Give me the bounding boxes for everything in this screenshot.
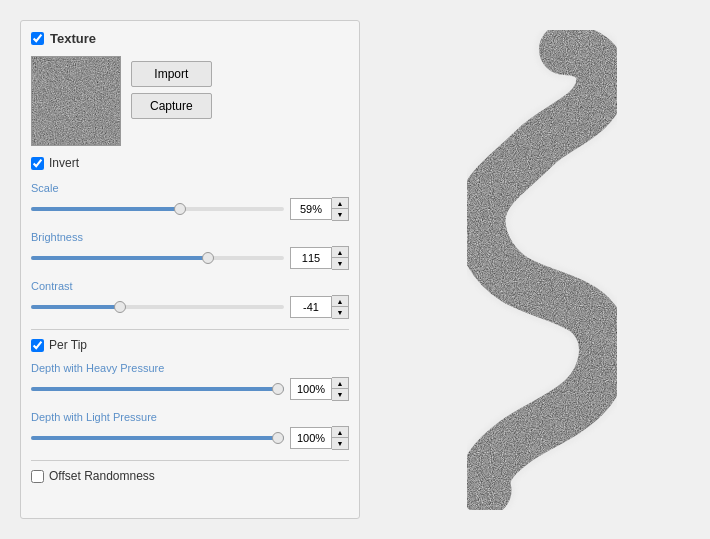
capture-button[interactable]: Capture	[131, 93, 212, 119]
contrast-label: Contrast	[31, 280, 349, 292]
contrast-thumb[interactable]	[114, 301, 126, 313]
brightness-spin-buttons: ▲ ▼	[332, 246, 349, 270]
depth-light-thumb[interactable]	[272, 432, 284, 444]
contrast-down-button[interactable]: ▼	[332, 307, 348, 318]
import-button[interactable]: Import	[131, 61, 212, 87]
scale-control: ▲ ▼	[31, 197, 349, 221]
contrast-track[interactable]	[31, 305, 284, 309]
brightness-control: ▲ ▼	[31, 246, 349, 270]
brightness-fill	[31, 256, 208, 260]
brightness-label: Brightness	[31, 231, 349, 243]
depth-heavy-control: ▲ ▼	[31, 377, 349, 401]
scale-spin-buttons: ▲ ▼	[332, 197, 349, 221]
brightness-value-box: ▲ ▼	[290, 246, 349, 270]
depth-heavy-label: Depth with Heavy Pressure	[31, 362, 349, 374]
contrast-slider-row: Contrast ▲ ▼	[31, 280, 349, 319]
divider-2	[31, 460, 349, 461]
texture-buttons: Import Capture	[131, 56, 212, 119]
scale-value-box: ▲ ▼	[290, 197, 349, 221]
scale-label: Scale	[31, 182, 349, 194]
contrast-value-box: ▲ ▼	[290, 295, 349, 319]
section-header: Texture	[31, 31, 349, 46]
brightness-down-button[interactable]: ▼	[332, 258, 348, 269]
invert-row: Invert	[31, 156, 349, 170]
depth-heavy-thumb[interactable]	[272, 383, 284, 395]
depth-light-track[interactable]	[31, 436, 284, 440]
depth-light-label: Depth with Light Pressure	[31, 411, 349, 423]
depth-light-slider-row: Depth with Light Pressure ▲ ▼	[31, 411, 349, 450]
per-tip-row: Per Tip	[31, 338, 349, 352]
offset-randomness-checkbox[interactable]	[31, 470, 44, 483]
scale-value-input[interactable]	[290, 198, 332, 220]
depth-heavy-slider-row: Depth with Heavy Pressure ▲ ▼	[31, 362, 349, 401]
depth-heavy-track[interactable]	[31, 387, 284, 391]
section-title: Texture	[50, 31, 96, 46]
scale-slider-row: Scale ▲ ▼	[31, 182, 349, 221]
offset-randomness-row: Offset Randomness	[31, 469, 349, 483]
scale-fill	[31, 207, 180, 211]
depth-heavy-spin-buttons: ▲ ▼	[332, 377, 349, 401]
brightness-up-button[interactable]: ▲	[332, 247, 348, 258]
contrast-spin-buttons: ▲ ▼	[332, 295, 349, 319]
depth-heavy-value-input[interactable]	[290, 378, 332, 400]
brightness-track[interactable]	[31, 256, 284, 260]
depth-light-up-button[interactable]: ▲	[332, 427, 348, 438]
invert-label: Invert	[49, 156, 79, 170]
brush-stroke-preview	[435, 30, 635, 510]
texture-preview	[31, 56, 121, 146]
texture-enabled-checkbox[interactable]	[31, 32, 44, 45]
per-tip-checkbox[interactable]	[31, 339, 44, 352]
scale-up-button[interactable]: ▲	[332, 198, 348, 209]
texture-panel: Texture Import Capture Invert Scal	[20, 20, 360, 519]
texture-row: Import Capture	[31, 56, 349, 146]
brightness-value-input[interactable]	[290, 247, 332, 269]
depth-heavy-value-box: ▲ ▼	[290, 377, 349, 401]
depth-light-control: ▲ ▼	[31, 426, 349, 450]
scale-down-button[interactable]: ▼	[332, 209, 348, 220]
brightness-thumb[interactable]	[202, 252, 214, 264]
preview-area	[360, 0, 710, 539]
texture-noise-canvas	[32, 57, 120, 145]
depth-light-spin-buttons: ▲ ▼	[332, 426, 349, 450]
invert-checkbox[interactable]	[31, 157, 44, 170]
contrast-fill	[31, 305, 120, 309]
contrast-control: ▲ ▼	[31, 295, 349, 319]
depth-light-value-input[interactable]	[290, 427, 332, 449]
depth-light-value-box: ▲ ▼	[290, 426, 349, 450]
depth-light-down-button[interactable]: ▼	[332, 438, 348, 449]
divider-1	[31, 329, 349, 330]
depth-heavy-down-button[interactable]: ▼	[332, 389, 348, 400]
depth-heavy-fill	[31, 387, 284, 391]
scale-thumb[interactable]	[174, 203, 186, 215]
depth-light-fill	[31, 436, 284, 440]
per-tip-label: Per Tip	[49, 338, 87, 352]
brightness-slider-row: Brightness ▲ ▼	[31, 231, 349, 270]
contrast-value-input[interactable]	[290, 296, 332, 318]
depth-heavy-up-button[interactable]: ▲	[332, 378, 348, 389]
scale-track[interactable]	[31, 207, 284, 211]
offset-randomness-label: Offset Randomness	[49, 469, 155, 483]
svg-rect-0	[32, 57, 121, 146]
contrast-up-button[interactable]: ▲	[332, 296, 348, 307]
